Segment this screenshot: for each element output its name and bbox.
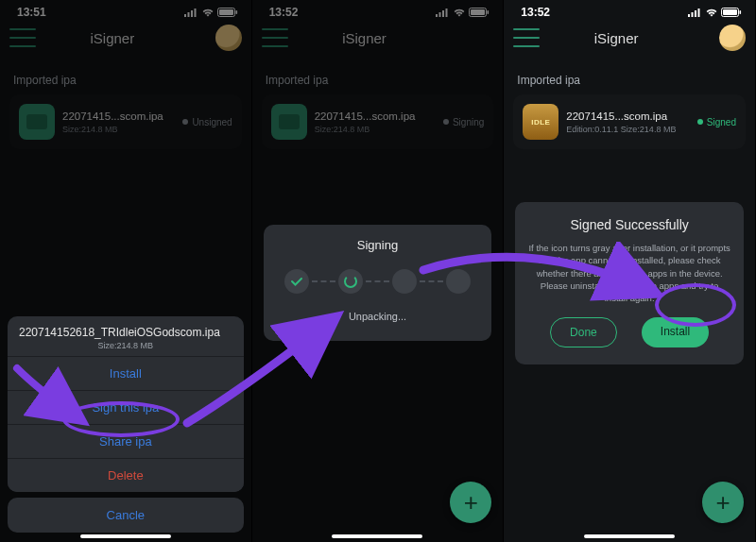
- clock-time: 13:51: [17, 6, 46, 19]
- menu-icon[interactable]: [262, 28, 288, 47]
- phone-screen-1: 13:51 iSigner Imported ipa 22071415...sc…: [0, 0, 252, 542]
- fab-add[interactable]: +: [702, 482, 744, 523]
- app-icon-game: IDLE: [523, 104, 558, 140]
- plus-icon: +: [715, 488, 730, 517]
- button-row: Done Install: [528, 317, 730, 347]
- status-dot-icon: [443, 119, 449, 125]
- phone-screen-2: 13:52 iSigner Imported ipa 22071415...sc…: [252, 0, 505, 542]
- svg-rect-7: [436, 14, 438, 17]
- svg-rect-5: [219, 9, 233, 15]
- status-text: Signing: [453, 117, 484, 127]
- ipa-row[interactable]: 22071415...scom.ipa Size:214.8 MB Unsign…: [9, 94, 242, 149]
- svg-rect-13: [488, 10, 490, 14]
- wifi-icon: [201, 8, 215, 17]
- status-dot-icon: [697, 119, 703, 125]
- app-icon: [19, 104, 55, 140]
- signing-steps: [277, 269, 479, 294]
- svg-rect-19: [723, 9, 737, 15]
- sheet-item-delete[interactable]: Delete: [8, 458, 244, 492]
- menu-icon[interactable]: [9, 28, 36, 47]
- status-bar: 13:52: [252, 0, 504, 21]
- step-active-icon: [338, 269, 363, 294]
- success-card: Signed Successfully If the icon turns gr…: [515, 202, 744, 364]
- step-connector: [366, 280, 389, 282]
- app-title: iSigner: [288, 30, 441, 46]
- status-icons: [184, 8, 238, 17]
- svg-rect-20: [739, 10, 741, 14]
- section-label: Imported ipa: [252, 55, 504, 94]
- ipa-status-signing: Signing: [443, 117, 484, 127]
- svg-rect-14: [688, 14, 690, 17]
- sheet-title: 220714152618_TRIdleiOSGodscom.ipa: [19, 326, 232, 339]
- sheet-item-sign[interactable]: Sign this ipa: [8, 390, 244, 424]
- cellular-icon: [436, 8, 450, 17]
- section-label: Imported ipa: [504, 55, 755, 94]
- plus-icon: +: [464, 488, 478, 517]
- cellular-icon: [688, 8, 702, 17]
- svg-rect-10: [446, 8, 448, 17]
- signing-status: Unpacking...: [277, 311, 479, 322]
- ipa-meta: 22071415...scom.ipa Size:214.8 MB: [315, 110, 436, 134]
- sheet-item-share[interactable]: Share ipa: [8, 424, 244, 458]
- sheet-item-cancel[interactable]: Cancle: [8, 498, 244, 533]
- battery-icon: [469, 8, 490, 17]
- avatar[interactable]: [719, 25, 746, 51]
- status-dot-icon: [182, 119, 188, 125]
- ipa-edition: Edition:0.11.1 Size:214.8 MB: [566, 125, 690, 134]
- success-title: Signed Successfully: [528, 217, 730, 232]
- app-title: iSigner: [36, 30, 189, 46]
- status-icons: [436, 8, 490, 17]
- app-icon: [271, 104, 307, 140]
- status-icons: [688, 8, 742, 17]
- sheet-header: 220714152618_TRIdleiOSGodscom.ipa Size:2…: [8, 316, 244, 356]
- status-text: Signed: [707, 117, 736, 127]
- step-done-icon: [284, 269, 309, 294]
- ipa-name: 22071415...scom.ipa: [566, 110, 690, 122]
- wifi-icon: [705, 8, 718, 17]
- svg-rect-9: [442, 10, 444, 17]
- ipa-size: Size:214.8 MB: [315, 125, 436, 134]
- ipa-meta: 22071415...scom.ipa Size:214.8 MB: [62, 110, 175, 134]
- clock-time: 13:52: [269, 6, 299, 19]
- fab-add[interactable]: +: [450, 482, 491, 523]
- svg-rect-15: [691, 12, 693, 17]
- ipa-row[interactable]: 22071415...scom.ipa Size:214.8 MB Signin…: [262, 94, 494, 149]
- step-connector: [312, 280, 335, 282]
- ipa-size: Size:214.8 MB: [62, 125, 175, 134]
- status-bar: 13:52: [504, 0, 755, 21]
- ipa-name: 22071415...scom.ipa: [62, 110, 175, 122]
- home-indicator[interactable]: [332, 534, 422, 538]
- step-connector: [420, 280, 443, 282]
- cellular-icon: [184, 8, 198, 17]
- avatar[interactable]: [215, 25, 242, 51]
- svg-rect-12: [471, 9, 485, 15]
- sheet-item-install[interactable]: Install: [8, 356, 244, 390]
- signing-title: Signing: [277, 238, 479, 252]
- signing-modal: Signing Unpacking...: [264, 225, 492, 341]
- ipa-status-signed: Signed: [697, 117, 736, 127]
- svg-rect-0: [184, 14, 186, 17]
- menu-icon[interactable]: [513, 28, 540, 47]
- svg-rect-3: [194, 8, 196, 17]
- svg-rect-2: [191, 10, 193, 17]
- svg-rect-17: [697, 8, 699, 17]
- phone-screen-3: 13:52 iSigner Imported ipa IDLE 22071415…: [504, 0, 756, 542]
- status-text: Unsigned: [192, 117, 232, 127]
- sheet-main: 220714152618_TRIdleiOSGodscom.ipa Size:2…: [8, 316, 244, 492]
- home-indicator[interactable]: [80, 534, 171, 538]
- section-label: Imported ipa: [0, 55, 251, 94]
- home-indicator[interactable]: [584, 534, 675, 538]
- battery-icon: [217, 8, 238, 17]
- action-sheet: 220714152618_TRIdleiOSGodscom.ipa Size:2…: [8, 316, 244, 533]
- ipa-meta: 22071415...scom.ipa Edition:0.11.1 Size:…: [566, 110, 690, 134]
- status-bar: 13:51: [0, 0, 251, 21]
- step-pending-icon: [446, 269, 471, 294]
- done-button[interactable]: Done: [550, 317, 617, 347]
- install-button[interactable]: Install: [642, 317, 709, 347]
- ipa-row[interactable]: IDLE 22071415...scom.ipa Edition:0.11.1 …: [513, 94, 746, 149]
- battery-icon: [721, 8, 742, 17]
- step-pending-icon: [392, 269, 417, 294]
- svg-rect-6: [235, 10, 237, 14]
- spinner-icon: [344, 275, 357, 288]
- nav-bar: iSigner: [0, 21, 251, 55]
